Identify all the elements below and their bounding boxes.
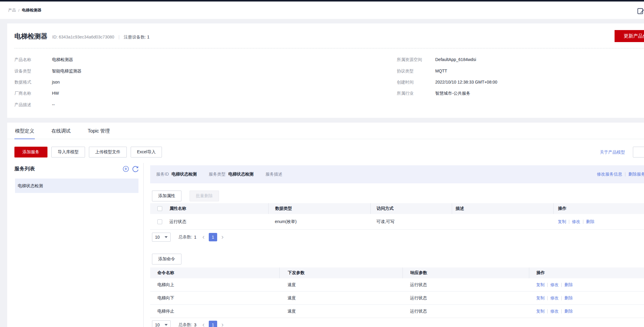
column-header-access-mode: 访问方式 — [370, 203, 452, 214]
next-page-button[interactable]: › — [221, 321, 223, 327]
detail-row: 所属资源空间DefaultApp_6184wdsi — [397, 57, 476, 63]
detail-value: DefaultApp_6184wdsi — [435, 57, 476, 62]
service-id-value: 电梯状态检测 — [172, 172, 197, 177]
add-service-icon[interactable] — [123, 166, 129, 172]
refresh-icon[interactable] — [132, 166, 139, 172]
row-checkbox[interactable] — [157, 219, 162, 224]
batch-delete-button[interactable]: 批量删除 — [190, 191, 219, 201]
column-header-actions: 操作 — [553, 203, 644, 214]
add-property-button[interactable]: 添加属性 — [152, 191, 181, 201]
breadcrumb-separator: / — [18, 8, 20, 13]
tab-model-definition[interactable]: 模型定义 — [14, 128, 35, 139]
copy-link[interactable]: 复制 — [558, 219, 566, 225]
current-page-button[interactable]: 1 — [209, 321, 217, 327]
export-button[interactable]: 导出 — [633, 147, 644, 157]
next-page-button[interactable]: › — [221, 233, 223, 241]
select-all-checkbox[interactable] — [157, 206, 162, 211]
detail-label: 数据格式 — [14, 79, 52, 85]
prev-page-button[interactable]: ‹ — [202, 233, 205, 241]
detail-value: 2022/10/10 12:38:33 GMT+08:00 — [435, 80, 497, 84]
total-count-label: 总条数: — [178, 322, 192, 327]
service-info-bar: 服务ID 电梯状态检测 服务类型 电梯状态检测 服务描述 修改服务信息 删除服务 — [150, 165, 644, 183]
delete-link[interactable]: 删除 — [564, 282, 573, 288]
import-library-model-button[interactable]: 导入库模型 — [51, 147, 85, 157]
service-list-title: 服务列表 — [14, 166, 35, 172]
detail-row: 创建时间2022/10/10 12:38:33 GMT+08:00 — [397, 79, 497, 85]
about-product-model-link[interactable]: 关于产品模型 — [600, 150, 625, 155]
add-command-button[interactable]: 添加命令 — [152, 254, 181, 264]
link-divider — [625, 172, 625, 176]
command-name: 电梯向上 — [150, 282, 279, 288]
delete-link[interactable]: 删除 — [564, 309, 573, 314]
page-size-select[interactable]: 10 — [152, 320, 171, 327]
modify-link[interactable]: 修改 — [550, 295, 559, 301]
detail-value: MQTT — [435, 69, 447, 73]
dashed-divider — [14, 48, 644, 48]
service-list-item[interactable]: 电梯状态检测 — [15, 179, 138, 193]
total-count-label: 总条数: — [178, 234, 192, 240]
breadcrumb-bar: 产品 / 电梯检测器 — [0, 2, 644, 19]
modify-link[interactable]: 修改 — [550, 309, 559, 314]
doc-edit-icon[interactable] — [637, 7, 644, 15]
excel-import-button[interactable]: Excel导入 — [131, 147, 162, 157]
service-id-label: 服务ID — [156, 172, 169, 177]
model-toolbar: 添加服务 导入库模型 上传模型文件 Excel导入 — [14, 147, 162, 157]
model-definition-card: 模型定义 在线调试 Topic 管理 添加服务 导入库模型 上传模型文件 Exc… — [7, 123, 644, 327]
detail-label: 设备类型 — [14, 68, 52, 74]
detail-value: json — [52, 80, 60, 84]
column-header-actions: 操作 — [529, 267, 644, 278]
modify-link[interactable]: 修改 — [550, 282, 559, 288]
chevron-down-icon — [165, 236, 168, 238]
page-size-value: 10 — [155, 235, 160, 240]
copy-link[interactable]: 复制 — [536, 309, 545, 314]
command-down-param: 速度 — [279, 295, 402, 301]
delete-link[interactable]: 删除 — [586, 219, 594, 225]
upload-model-file-button[interactable]: 上传模型文件 — [89, 147, 127, 157]
page-size-select[interactable]: 10 — [152, 233, 171, 242]
copy-link[interactable]: 复制 — [536, 282, 545, 288]
tab-topic-management[interactable]: Topic 管理 — [87, 128, 111, 139]
tab-online-debug[interactable]: 在线调试 — [51, 128, 71, 139]
delete-service-link[interactable]: 删除服务 — [628, 172, 644, 177]
property-pagination: 10 总条数: 1 ‹ 1 › — [152, 233, 644, 242]
copy-link[interactable]: 复制 — [536, 295, 545, 301]
command-down-param: 速度 — [279, 309, 402, 314]
detail-label: 产品描述 — [14, 102, 52, 108]
property-row: 运行状态 enum(枚举) 可读,可写 复制 修改 删除 — [150, 214, 644, 230]
detail-label: 产品名称 — [14, 57, 52, 63]
column-header-property-name: 属性名称 — [162, 206, 268, 211]
add-service-button[interactable]: 添加服务 — [14, 147, 47, 157]
chevron-down-icon — [165, 324, 168, 326]
modify-link[interactable]: 修改 — [572, 219, 580, 225]
product-id: ID: 6343a1c93ec34a6d03c73080 — [52, 35, 114, 39]
command-pagination: 10 总条数: 3 ‹ 1 › — [152, 320, 644, 327]
detail-value: -- — [52, 102, 55, 107]
command-row: 电梯向上 速度 运行状态 复制 修改 删除 — [150, 278, 644, 292]
update-product-button[interactable]: 更新产品信息 — [615, 30, 644, 42]
breadcrumb-current: 电梯检测器 — [22, 8, 41, 13]
service-detail-region: 服务ID 电梯状态检测 服务类型 电梯状态检测 服务描述 修改服务信息 删除服务… — [150, 165, 644, 327]
registered-devices-count[interactable]: 1 — [147, 35, 150, 39]
delete-link[interactable]: 删除 — [564, 295, 573, 301]
prev-page-button[interactable]: ‹ — [202, 321, 205, 327]
detail-row: 产品名称电梯检测器 — [14, 57, 73, 63]
current-page-button[interactable]: 1 — [209, 233, 217, 241]
breadcrumb-products-link[interactable]: 产品 — [8, 8, 16, 13]
column-header-command-name: 命令名称 — [150, 270, 279, 276]
service-desc-label: 服务描述 — [266, 172, 282, 177]
service-list-panel: 服务列表 电梯状态检测 — [7, 163, 144, 327]
modify-service-link[interactable]: 修改服务信息 — [597, 172, 622, 177]
column-header-data-type: 数据类型 — [268, 203, 370, 214]
detail-row: 所属行业智慧城市-公共服务 — [397, 90, 470, 96]
detail-label: 所属行业 — [397, 90, 435, 96]
property-table-header: 属性名称 数据类型 访问方式 描述 操作 — [150, 203, 644, 214]
detail-row: 协议类型MQTT — [397, 68, 447, 74]
detail-label: 协议类型 — [397, 68, 435, 74]
tab-bar: 模型定义 在线调试 Topic 管理 — [7, 123, 644, 139]
command-row: 电梯向下 速度 运行状态 复制 修改 删除 — [150, 292, 644, 305]
command-table: 命令名称 下发参数 响应参数 操作 电梯向上 速度 运行状态 复制 修改 删除 … — [150, 267, 644, 318]
detail-row: 设备类型智能电梯监测器 — [14, 68, 81, 74]
title-divider: | — [118, 35, 120, 39]
page-size-value: 10 — [155, 322, 160, 327]
detail-value: 智能电梯监测器 — [52, 69, 81, 73]
